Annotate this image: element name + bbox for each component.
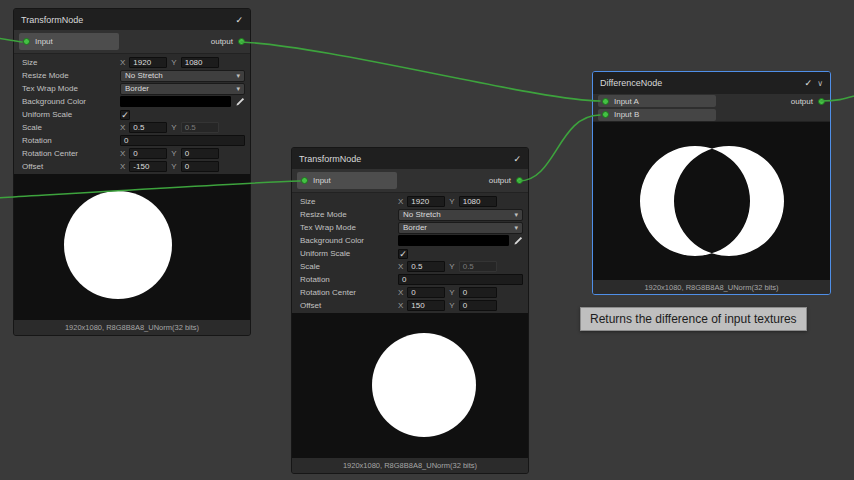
uniform-scale-checkbox[interactable]: ✓: [398, 249, 408, 259]
uniform-scale-checkbox[interactable]: ✓: [120, 110, 130, 120]
output-port-label: output: [211, 37, 233, 46]
preview-check-icon[interactable]: ✓: [513, 154, 521, 164]
input-a-port-icon[interactable]: [602, 98, 609, 105]
x-axis-label: X: [120, 123, 125, 132]
background-color-swatch[interactable]: [120, 96, 231, 107]
output-port-icon[interactable]: [238, 38, 245, 45]
uniform-scale-label: Uniform Scale: [22, 110, 120, 119]
port-row: Input output: [14, 30, 250, 54]
output-port[interactable]: output: [211, 37, 245, 46]
offset-y-field[interactable]: 0: [181, 161, 219, 172]
scale-label: Scale: [300, 262, 398, 271]
x-axis-label: X: [398, 288, 403, 297]
chevron-down-icon: ▾: [236, 71, 240, 81]
tex-wrap-mode-value: Border: [403, 223, 427, 233]
eyedropper-icon[interactable]: [235, 97, 245, 107]
rotation-center-x-field[interactable]: 0: [129, 148, 167, 159]
port-row-b: Input B: [593, 108, 830, 122]
size-x-field[interactable]: 1920: [407, 196, 445, 207]
difference-result-shape: [593, 122, 830, 280]
scale-y-field: 0.5: [181, 122, 219, 133]
y-axis-label: Y: [171, 58, 176, 67]
texture-preview: [292, 313, 528, 458]
scale-x-field[interactable]: 0.5: [407, 261, 445, 272]
rotation-center-y-field[interactable]: 0: [181, 148, 219, 159]
rotation-center-x-field[interactable]: 0: [407, 287, 445, 298]
scale-x-field[interactable]: 0.5: [129, 122, 167, 133]
offset-x-field[interactable]: -150: [129, 161, 167, 172]
texture-info-caption: 1920x1080, R8G8B8A8_UNorm(32 bits): [14, 320, 250, 335]
x-axis-label: X: [398, 301, 403, 310]
size-row: Size X 1920 Y 1080: [14, 56, 250, 69]
input-a-port[interactable]: Input A: [598, 95, 716, 107]
input-port-icon[interactable]: [23, 38, 30, 45]
size-y-field[interactable]: 1080: [181, 57, 219, 68]
resize-mode-value: No Stretch: [403, 210, 441, 220]
tex-wrap-mode-dropdown[interactable]: Border ▾: [120, 83, 245, 95]
transform-node-1[interactable]: TransformNode ✓ Input output Size X 1920…: [13, 8, 251, 336]
offset-x-field[interactable]: 150: [407, 300, 445, 311]
background-color-swatch[interactable]: [398, 235, 509, 246]
resize-mode-label: Resize Mode: [22, 71, 120, 80]
rotation-center-label: Rotation Center: [300, 288, 398, 297]
node-graph-canvas[interactable]: TransformNode ✓ Input output Size X 1920…: [0, 0, 854, 480]
preview-check-icon[interactable]: ✓: [235, 15, 243, 25]
offset-label: Offset: [22, 162, 120, 171]
uniform-scale-label: Uniform Scale: [300, 249, 398, 258]
rotation-row: Rotation 0: [14, 134, 250, 147]
eyedropper-icon[interactable]: [513, 236, 523, 246]
rotation-center-y-field[interactable]: 0: [459, 287, 497, 298]
tex-wrap-mode-value: Border: [125, 84, 149, 94]
x-axis-label: X: [120, 162, 125, 171]
rotation-label: Rotation: [300, 275, 398, 284]
tex-wrap-mode-row: Tex Wrap Mode Border ▾: [14, 82, 250, 95]
offset-row: Offset X 150 Y 0: [292, 299, 528, 312]
offset-y-field[interactable]: 0: [459, 300, 497, 311]
input-b-port-icon[interactable]: [602, 111, 609, 118]
y-axis-label: Y: [171, 149, 176, 158]
wire-transform2-to-input-b[interactable]: [519, 115, 600, 181]
output-port-icon[interactable]: [818, 98, 825, 105]
tex-wrap-mode-dropdown[interactable]: Border ▾: [398, 222, 523, 234]
tex-wrap-mode-row: Tex Wrap Mode Border ▾: [292, 221, 528, 234]
input-b-port[interactable]: Input B: [598, 109, 716, 121]
resize-mode-dropdown[interactable]: No Stretch ▾: [120, 70, 245, 82]
node-header[interactable]: TransformNode ✓: [292, 148, 528, 169]
transform-node-2[interactable]: TransformNode ✓ Input output Size X 1920…: [291, 147, 529, 474]
preview-check-icon[interactable]: ✓: [805, 78, 813, 88]
input-port-icon[interactable]: [301, 177, 308, 184]
rotation-field[interactable]: 0: [398, 274, 523, 285]
collapse-chevron-icon[interactable]: ∨: [817, 79, 823, 88]
y-axis-label: Y: [449, 262, 454, 271]
input-port[interactable]: Input: [297, 172, 397, 189]
output-port[interactable]: output: [791, 97, 825, 106]
size-label: Size: [22, 58, 120, 67]
output-port[interactable]: output: [489, 176, 523, 185]
background-color-label: Background Color: [22, 97, 120, 106]
input-port-label: Input: [313, 176, 331, 185]
chevron-down-icon: ▾: [514, 210, 518, 220]
size-x-field[interactable]: 1920: [129, 57, 167, 68]
input-b-port-label: Input B: [614, 110, 639, 119]
size-y-field[interactable]: 1080: [459, 196, 497, 207]
property-list: Size X 1920 Y 1080 Resize Mode No Stretc…: [292, 193, 528, 313]
scale-row: Scale X 0.5 Y 0.5: [292, 260, 528, 273]
node-title: TransformNode: [299, 154, 361, 164]
input-port[interactable]: Input: [19, 33, 119, 50]
x-axis-label: X: [120, 58, 125, 67]
x-axis-label: X: [398, 262, 403, 271]
y-axis-label: Y: [449, 197, 454, 206]
output-port-icon[interactable]: [516, 177, 523, 184]
rotation-row: Rotation 0: [292, 273, 528, 286]
difference-node[interactable]: DifferenceNode ✓ ∨ Input A output Input …: [592, 71, 831, 295]
node-header[interactable]: DifferenceNode ✓ ∨: [593, 72, 830, 94]
tooltip: Returns the difference of input textures: [580, 307, 807, 331]
resize-mode-value: No Stretch: [125, 71, 163, 81]
node-header[interactable]: TransformNode ✓: [14, 9, 250, 30]
uniform-scale-row: Uniform Scale ✓: [14, 108, 250, 121]
resize-mode-dropdown[interactable]: No Stretch ▾: [398, 209, 523, 221]
wire-transform1-to-input-a[interactable]: [241, 42, 600, 101]
background-color-row: Background Color: [14, 95, 250, 108]
rotation-field[interactable]: 0: [120, 135, 245, 146]
chevron-down-icon: ▾: [514, 223, 518, 233]
